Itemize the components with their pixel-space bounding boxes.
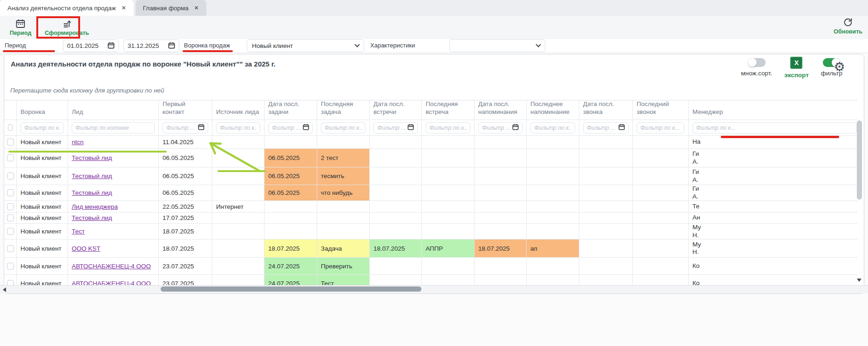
cell-meeting <box>422 167 475 185</box>
column-header-meeting[interactable]: Последняя встреча <box>422 100 475 120</box>
row-checkbox[interactable] <box>7 263 14 270</box>
column-header-reminder[interactable]: Последнее напоминание <box>527 100 579 120</box>
scroll-left-icon[interactable] <box>3 287 6 292</box>
cell-reminder: ап <box>527 240 579 258</box>
column-header-task_date[interactable]: Дата посл. задачи <box>264 100 317 120</box>
cell-task: тесмить <box>317 167 370 185</box>
row-checkbox[interactable] <box>7 280 14 286</box>
cell-reminder_date <box>475 224 527 240</box>
row-checkbox[interactable] <box>7 214 14 221</box>
column-filter-input-first_contact[interactable]: Фильтр ... <box>163 122 208 133</box>
calendar-icon[interactable] <box>168 42 175 50</box>
close-icon[interactable]: ✕ <box>122 5 126 11</box>
cell-first_contact: 18.07.2025 <box>159 224 212 240</box>
row-checkbox[interactable] <box>7 154 14 161</box>
row-checkbox[interactable] <box>7 245 14 252</box>
table-row: Новый клиентАВТОСНАБЖЕНЕЦ-4 ООО23.07.202… <box>4 258 858 275</box>
funnel-select[interactable]: Новый клиент <box>247 39 364 52</box>
column-header-task[interactable]: Последняя задача <box>317 100 370 120</box>
filter-cell-first_contact: Фильтр ... <box>159 120 212 136</box>
cell-task_date: 18.07.2025 <box>264 240 317 258</box>
column-filter-input-source[interactable]: Фильтр по к... <box>216 122 260 133</box>
row-checkbox[interactable] <box>7 139 14 146</box>
calendar-icon[interactable] <box>198 124 204 132</box>
column-filter-input-call_date[interactable]: Фильтр ... <box>583 122 629 133</box>
data-table: ВоронкаЛидПервый контактИсточник лидаДат… <box>4 100 858 285</box>
table-row: Новый клиентТестовый лид06.05.202506.05.… <box>4 149 858 167</box>
column-filter-input-funnel[interactable]: Фильтр по к... <box>20 122 64 133</box>
column-filter-input-manager[interactable]: Фильтр по к... <box>692 122 857 133</box>
column-filter-input-task[interactable]: Фильтр по к... <box>321 122 366 133</box>
column-filter-input-call[interactable]: Фильтр по к... <box>637 122 685 133</box>
multisort-toggle[interactable] <box>748 58 766 67</box>
cell-reminder <box>527 149 579 167</box>
close-icon[interactable]: ✕ <box>194 5 199 11</box>
lead-link[interactable]: Тест <box>72 228 85 235</box>
column-header-manager[interactable]: Менеджер <box>689 100 858 120</box>
period-button[interactable]: Период <box>7 19 34 36</box>
calendar-icon[interactable] <box>618 124 625 132</box>
row-checkbox-cell <box>4 185 17 201</box>
groupby-hint: Перетащите сюда колонку для группировки … <box>10 87 164 94</box>
tab-sales-analysis[interactable]: Анализ деятельности отдела продаж ✕ <box>0 0 134 16</box>
cell-reminder <box>527 213 579 224</box>
column-filter-input-reminder[interactable]: Фильтр по к... <box>530 122 575 133</box>
calendar-icon[interactable] <box>407 124 414 132</box>
calendar-icon[interactable] <box>512 124 519 132</box>
tab-main-form[interactable]: Главная форма ✕ <box>136 0 206 16</box>
cell-task: Задача <box>317 240 370 258</box>
cell-task: 2 тест <box>317 149 370 167</box>
cell-reminder_date <box>475 185 527 201</box>
select-all-checkbox[interactable] <box>8 124 13 131</box>
calendar-icon[interactable] <box>303 124 309 132</box>
column-filter-input-reminder_date[interactable]: Фильтр ... <box>478 122 522 133</box>
date-from-input[interactable]: 01.01.2025 <box>63 40 119 52</box>
column-filter-input-lead[interactable]: Фильтр по колонке <box>72 122 155 133</box>
cell-task_date <box>264 213 317 224</box>
cell-funnel: Новый клиент <box>17 224 68 240</box>
excel-export-icon[interactable]: X <box>790 57 802 69</box>
column-header-call[interactable]: Последний звонок <box>633 100 689 120</box>
vertical-scrollbar[interactable] <box>857 120 862 200</box>
cell-source <box>212 258 264 275</box>
row-checkbox[interactable] <box>7 173 14 180</box>
lead-link[interactable]: АВТОСНАБЖЕНЕЦ-4 ООО <box>72 263 151 270</box>
column-header-reminder_date[interactable]: Дата посл. напоминания <box>475 100 527 120</box>
cell-funnel: Новый клиент <box>17 149 68 167</box>
column-filter-input-meeting[interactable]: Фильтр по к... <box>426 122 470 133</box>
date-to-input[interactable]: 31.12.2025 <box>123 40 179 52</box>
column-header-first_contact[interactable]: Первый контакт <box>159 100 212 120</box>
column-filter-input-task_date[interactable]: Фильтр ... <box>268 122 313 133</box>
cell-reminder_date <box>475 136 527 149</box>
lead-link[interactable]: ntcn <box>72 139 84 146</box>
horizontal-scrollbar[interactable] <box>161 286 421 292</box>
gear-icon[interactable]: ⚙ <box>834 61 845 73</box>
calendar-icon[interactable] <box>108 42 115 50</box>
cell-task_date <box>264 136 317 149</box>
cell-first_contact: 22.05.2025 <box>159 201 212 213</box>
lead-link[interactable]: ООО KST <box>72 245 101 252</box>
lead-link[interactable]: Тестовый лид <box>72 189 112 196</box>
column-header-funnel[interactable]: Воронка <box>17 100 68 120</box>
row-checkbox[interactable] <box>7 203 14 210</box>
column-header-lead[interactable]: Лид <box>68 100 159 120</box>
row-checkbox-cell <box>4 224 17 240</box>
scroll-down-icon[interactable] <box>857 279 861 282</box>
column-header-source[interactable]: Источник лида <box>212 100 264 120</box>
column-header-meeting_date[interactable]: Дата посл. встречи <box>370 100 422 120</box>
report-controls: множ.сорт. X экспорт фильтр <box>741 58 842 79</box>
row-checkbox[interactable] <box>7 189 14 196</box>
row-checkbox[interactable] <box>7 228 14 235</box>
refresh-button[interactable]: Обновить <box>834 17 862 35</box>
lead-link[interactable]: АВТОСНАБЖЕНЕЦ-4 ООО <box>72 280 151 286</box>
lead-link[interactable]: Тестовый лид <box>72 173 112 180</box>
lead-link[interactable]: Тестовый лид <box>72 154 112 161</box>
generate-report-button[interactable]: Сформировать <box>45 19 89 36</box>
column-header-call_date[interactable]: Дата посл. звонка <box>579 100 633 120</box>
lead-link[interactable]: Лид менеджера <box>72 203 118 210</box>
column-filter-input-meeting_date[interactable]: Фильтр ... <box>373 122 418 133</box>
row-checkbox-cell <box>4 240 17 258</box>
characteristics-select[interactable] <box>449 39 545 52</box>
multisort-label: множ.сорт. <box>741 70 772 77</box>
lead-link[interactable]: Тестовый лид <box>72 214 112 221</box>
